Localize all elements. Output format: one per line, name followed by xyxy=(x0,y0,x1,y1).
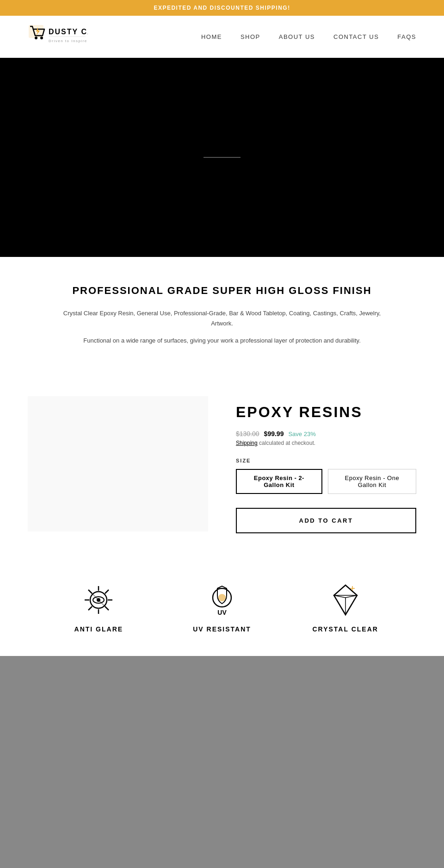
svg-line-12 xyxy=(88,590,92,593)
logo-area[interactable]: DUSTY CART Driven to Inspire xyxy=(28,23,88,50)
size-btn-1gallon[interactable]: Epoxy Resin - One Gallon Kit xyxy=(328,469,416,494)
pro-grade-desc2: Functional on a wide range of surfaces, … xyxy=(56,336,388,346)
product-image-area xyxy=(28,394,208,535)
svg-marker-23 xyxy=(334,585,357,598)
shipping-line: Shipping calculated at checkout. xyxy=(236,440,416,446)
feature-anti-glare-label: ANTI GLARE xyxy=(74,625,123,633)
nav: HOME SHOP ABOUT US CONTACT US FAQS xyxy=(201,33,416,40)
shipping-suffix: calculated at checkout. xyxy=(259,440,315,446)
announcement-text: EXPEDITED AND DISCOUNTED SHIPPING! xyxy=(154,5,290,11)
size-btn-2gallon[interactable]: Epoxy Resin - 2-Gallon Kit xyxy=(236,469,322,494)
price-row: $130.00 $99.99 Save 23% xyxy=(236,430,416,437)
add-to-cart-button[interactable]: ADD TO CART xyxy=(236,508,416,533)
feature-anti-glare: ANTI GLARE xyxy=(37,581,160,633)
svg-text:Driven to Inspire: Driven to Inspire xyxy=(49,39,87,43)
product-section: EPOXY RESINS $130.00 $99.99 Save 23% Shi… xyxy=(0,376,444,554)
pro-grade-desc1: Crystal Clear Epoxy Resin, General Use, … xyxy=(56,308,388,329)
logo-icon: DUSTY CART Driven to Inspire xyxy=(28,23,88,50)
nav-home[interactable]: HOME xyxy=(201,33,222,40)
svg-line-13 xyxy=(105,590,109,593)
svg-text:DUSTY CART: DUSTY CART xyxy=(49,28,88,36)
svg-point-1 xyxy=(35,37,37,39)
svg-line-15 xyxy=(105,606,109,610)
size-options: Epoxy Resin - 2-Gallon Kit Epoxy Resin -… xyxy=(236,469,416,494)
uv-resistant-icon: UV xyxy=(204,581,240,618)
nav-about[interactable]: ABOUT US xyxy=(279,33,315,40)
feature-uv-label: UV RESISTANT xyxy=(193,625,251,633)
announcement-bar: EXPEDITED AND DISCOUNTED SHIPPING! xyxy=(0,0,444,16)
size-label: SIZE xyxy=(236,458,416,463)
svg-rect-6 xyxy=(28,396,208,532)
price-original: $130.00 xyxy=(236,430,259,437)
shipping-link[interactable]: Shipping xyxy=(236,440,258,446)
svg-text:UV: UV xyxy=(217,609,227,616)
product-title: EPOXY RESINS xyxy=(236,404,416,421)
features-section: ANTI GLARE UV UV RESISTANT CRYSTAL CLEAR xyxy=(0,554,444,656)
price-sale: $99.99 xyxy=(264,430,284,437)
hero-section xyxy=(0,58,444,257)
pro-grade-section: PROFESSIONAL GRADE SUPER HIGH GLOSS FINI… xyxy=(0,257,444,376)
product-image xyxy=(28,394,208,533)
crystal-clear-icon xyxy=(327,581,364,618)
nav-shop[interactable]: SHOP xyxy=(240,33,260,40)
svg-line-14 xyxy=(88,606,92,610)
svg-point-2 xyxy=(40,37,43,39)
pro-grade-title: PROFESSIONAL GRADE SUPER HIGH GLOSS FINI… xyxy=(56,285,388,297)
anti-glare-icon xyxy=(80,581,117,618)
svg-point-20 xyxy=(218,594,226,601)
nav-contact[interactable]: CONTACT US xyxy=(333,33,379,40)
feature-crystal-clear: CRYSTAL CLEAR xyxy=(284,581,407,633)
price-save: Save 23% xyxy=(288,431,315,437)
header: DUSTY CART Driven to Inspire HOME SHOP A… xyxy=(0,16,444,58)
product-details: EPOXY RESINS $130.00 $99.99 Save 23% Shi… xyxy=(236,394,416,533)
svg-line-18 xyxy=(92,593,105,607)
feature-crystal-label: CRYSTAL CLEAR xyxy=(312,625,378,633)
feature-uv-resistant: UV UV RESISTANT xyxy=(160,581,284,633)
nav-faqs[interactable]: FAQS xyxy=(397,33,416,40)
bottom-image-section xyxy=(0,656,444,868)
hero-line xyxy=(204,157,240,158)
